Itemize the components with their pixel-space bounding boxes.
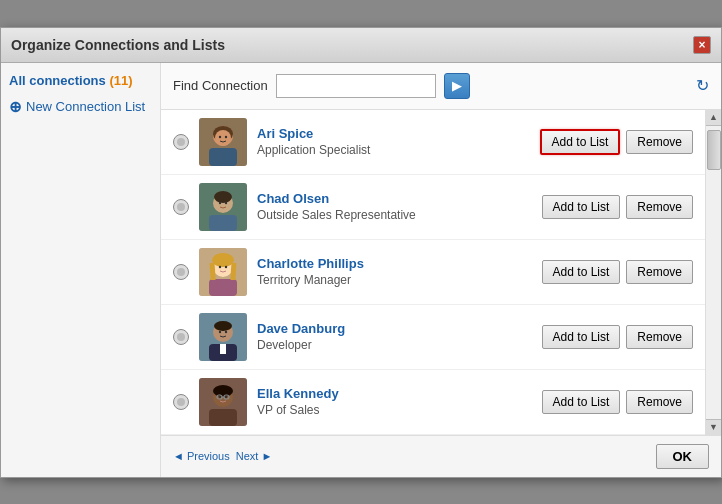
svg-point-18 — [225, 265, 227, 267]
radio-button[interactable] — [173, 134, 189, 150]
radio-button[interactable] — [173, 199, 189, 215]
scroll-down-button[interactable]: ▼ — [706, 419, 722, 435]
arrow-right-icon: ▶ — [452, 78, 462, 93]
person-title: Application Specialist — [257, 143, 530, 157]
avatar — [199, 118, 247, 166]
dialog-title: Organize Connections and Lists — [11, 37, 225, 53]
person-title: Outside Sales Representative — [257, 208, 532, 222]
remove-button[interactable]: Remove — [626, 390, 693, 414]
toolbar: Find Connection ▶ ↻ — [161, 63, 721, 110]
svg-point-31 — [225, 395, 227, 397]
scroll-thumb[interactable] — [707, 130, 721, 170]
avatar — [199, 248, 247, 296]
person-name[interactable]: Ari Spice — [257, 126, 530, 141]
svg-point-30 — [219, 395, 221, 397]
svg-point-25 — [225, 330, 227, 332]
action-buttons: Add to List Remove — [542, 195, 693, 219]
next-page-link[interactable]: Next ► — [236, 450, 273, 462]
new-connection-list-link[interactable]: ⊕ New Connection List — [9, 98, 152, 116]
table-row: Chad Olsen Outside Sales Representative … — [161, 175, 705, 240]
table-row: Dave Danburg Developer Add to List Remov… — [161, 305, 705, 370]
add-to-list-button[interactable]: Add to List — [542, 260, 621, 284]
svg-point-11 — [219, 201, 221, 203]
scroll-up-button[interactable]: ▲ — [706, 110, 722, 126]
search-button[interactable]: ▶ — [444, 73, 470, 99]
person-title: Territory Manager — [257, 273, 532, 287]
person-title: VP of Sales — [257, 403, 532, 417]
organize-dialog: Organize Connections and Lists × All con… — [0, 27, 722, 478]
close-button[interactable]: × — [693, 36, 711, 54]
remove-button[interactable]: Remove — [626, 325, 693, 349]
action-buttons: Add to List Remove — [542, 390, 693, 414]
person-info: Ari Spice Application Specialist — [257, 126, 530, 157]
add-to-list-button[interactable]: Add to List — [542, 390, 621, 414]
ok-button[interactable]: OK — [656, 444, 710, 469]
person-title: Developer — [257, 338, 532, 352]
svg-rect-15 — [209, 279, 237, 296]
svg-point-12 — [225, 201, 227, 203]
refresh-button[interactable]: ↻ — [696, 76, 709, 95]
search-input[interactable] — [276, 74, 436, 98]
find-connection-label: Find Connection — [173, 78, 268, 93]
svg-point-17 — [219, 265, 221, 267]
add-to-list-button[interactable]: Add to List — [542, 195, 621, 219]
svg-rect-9 — [209, 215, 237, 231]
svg-rect-22 — [220, 344, 226, 354]
title-bar: Organize Connections and Lists × — [1, 28, 721, 63]
remove-button[interactable]: Remove — [626, 130, 693, 154]
avatar — [199, 183, 247, 231]
svg-rect-28 — [209, 409, 237, 426]
scrollbar: ▲ ▼ — [705, 110, 721, 435]
remove-button[interactable]: Remove — [626, 195, 693, 219]
radio-button[interactable] — [173, 329, 189, 345]
radio-button[interactable] — [173, 394, 189, 410]
remove-button[interactable]: Remove — [626, 260, 693, 284]
svg-point-24 — [219, 330, 221, 332]
plus-icon: ⊕ — [9, 98, 22, 116]
pagination-area: ◄ Previous Next ► — [173, 450, 272, 462]
svg-point-6 — [225, 135, 227, 137]
person-info: Charlotte Phillips Territory Manager — [257, 256, 532, 287]
svg-point-29 — [213, 385, 233, 397]
svg-point-16 — [212, 253, 234, 267]
person-info: Ella Kennedy VP of Sales — [257, 386, 532, 417]
refresh-icon: ↻ — [696, 77, 709, 94]
person-info: Chad Olsen Outside Sales Representative — [257, 191, 532, 222]
content-area: Ari Spice Application Specialist Add to … — [161, 110, 721, 435]
avatar — [199, 313, 247, 361]
svg-point-5 — [219, 135, 221, 137]
svg-point-23 — [214, 321, 232, 331]
dialog-body: All connections (11) ⊕ New Connection Li… — [1, 63, 721, 477]
prev-page-link[interactable]: ◄ Previous — [173, 450, 230, 462]
right-section: Find Connection ▶ ↻ — [161, 63, 721, 477]
svg-point-4 — [215, 130, 231, 146]
all-connections-link[interactable]: All connections (11) — [9, 73, 152, 88]
add-to-list-button[interactable]: Add to List — [542, 325, 621, 349]
sidebar: All connections (11) ⊕ New Connection Li… — [1, 63, 161, 477]
svg-rect-2 — [209, 148, 237, 166]
table-row: Charlotte Phillips Territory Manager Add… — [161, 240, 705, 305]
person-name[interactable]: Ella Kennedy — [257, 386, 532, 401]
person-name[interactable]: Charlotte Phillips — [257, 256, 532, 271]
radio-button[interactable] — [173, 264, 189, 280]
table-row: Ari Spice Application Specialist Add to … — [161, 110, 705, 175]
action-buttons: Add to List Remove — [542, 325, 693, 349]
connections-list: Ari Spice Application Specialist Add to … — [161, 110, 705, 435]
table-row: Ella Kennedy VP of Sales Add to List Rem… — [161, 370, 705, 435]
dialog-footer: ◄ Previous Next ► OK — [161, 435, 721, 477]
avatar — [199, 378, 247, 426]
person-info: Dave Danburg Developer — [257, 321, 532, 352]
person-name[interactable]: Chad Olsen — [257, 191, 532, 206]
person-name[interactable]: Dave Danburg — [257, 321, 532, 336]
action-buttons: Add to List Remove — [540, 129, 693, 155]
svg-point-10 — [214, 191, 232, 203]
add-to-list-button[interactable]: Add to List — [540, 129, 621, 155]
action-buttons: Add to List Remove — [542, 260, 693, 284]
